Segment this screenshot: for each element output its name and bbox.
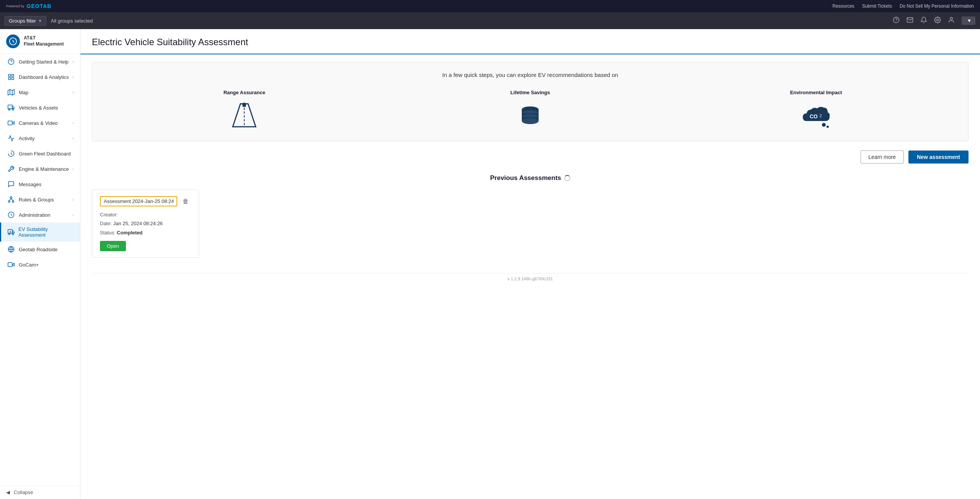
- date-label: Date:: [100, 221, 112, 226]
- user-dropdown-arrow: ▼: [967, 18, 972, 23]
- svg-rect-17: [8, 121, 12, 125]
- sidebar-item-green-fleet[interactable]: Green Fleet Dashboard: [0, 146, 80, 161]
- assessment-meta: Creator: Date: Jan 25, 2024 08:24:26 Sta…: [100, 210, 191, 237]
- features-row: Range Assurance: [101, 90, 959, 132]
- svg-point-41: [522, 118, 539, 124]
- sidebar-item-gocam[interactable]: GoCam+: [0, 257, 80, 272]
- chevron-icon: ›: [72, 167, 74, 171]
- assessment-name-input[interactable]: [100, 196, 177, 206]
- engine-icon: [7, 165, 15, 173]
- feature-savings: Lifetime Savings: [387, 90, 673, 132]
- page-title: Electric Vehicle Suitability Assessment: [92, 37, 969, 47]
- map-icon: [7, 88, 15, 96]
- sidebar-item-label: Activity: [19, 136, 34, 141]
- range-icon: [229, 100, 260, 132]
- gocam-icon: [7, 261, 15, 268]
- groups-filter-button[interactable]: Groups filter ▼: [5, 16, 46, 26]
- svg-point-25: [12, 233, 14, 235]
- sidebar-item-label: Geotab Roadside: [19, 247, 57, 252]
- svg-point-24: [8, 233, 10, 235]
- sidebar-item-vehicles[interactable]: Vehicles & Assets: [0, 100, 80, 115]
- actions-row: Learn more New assessment: [92, 151, 969, 164]
- logo-circle: [6, 34, 20, 48]
- help-icon[interactable]: [893, 16, 900, 25]
- ev-icon: [7, 228, 15, 236]
- page-body: In a few quick steps, you can explore EV…: [80, 54, 980, 292]
- chevron-icon: ›: [72, 75, 74, 79]
- groups-filter-label: Groups filter: [9, 18, 36, 24]
- chevron-icon: ›: [72, 121, 74, 125]
- feature-range-label: Range Assurance: [224, 90, 265, 95]
- svg-text:CO: CO: [810, 113, 818, 119]
- sidebar-item-label: Engine & Maintenance: [19, 166, 69, 172]
- sidebar-item-dashboard[interactable]: Dashboard & Analytics ›: [0, 69, 80, 85]
- page-header: Electric Vehicle Suitability Assessment: [80, 29, 980, 54]
- sidebar-item-geotab-roadside[interactable]: Geotab Roadside: [0, 242, 80, 257]
- sidebar-item-map[interactable]: Map ›: [0, 85, 80, 100]
- mail-icon[interactable]: [906, 16, 913, 25]
- submit-tickets-link[interactable]: Submit Tickets: [862, 3, 892, 9]
- svg-point-2: [937, 19, 939, 21]
- topbar-links: Resources Submit Tickets Do Not Sell My …: [833, 3, 974, 9]
- date-value: Jan 25, 2024 08:24:26: [113, 221, 163, 226]
- svg-rect-31: [8, 263, 12, 267]
- delete-assessment-button[interactable]: 🗑: [180, 197, 191, 206]
- trash-icon: 🗑: [183, 198, 189, 205]
- sidebar-item-rules-groups[interactable]: Rules & Groups ›: [0, 192, 80, 207]
- savings-icon: [515, 100, 546, 132]
- sidebar-item-messages[interactable]: Messages: [0, 177, 80, 192]
- all-groups-text: All groups selected: [51, 18, 93, 24]
- svg-marker-11: [8, 90, 15, 95]
- assessment-name-row: 🗑: [100, 196, 191, 206]
- sidebar-item-label: Messages: [19, 182, 41, 187]
- powered-by-text: Powered by: [6, 4, 24, 8]
- loading-spinner: [564, 175, 570, 181]
- svg-point-3: [950, 17, 952, 20]
- info-banner-subtitle: In a few quick steps, you can explore EV…: [101, 72, 959, 78]
- vehicles-icon: [7, 104, 15, 111]
- sidebar-item-label: Administration: [19, 212, 50, 218]
- sidebar-item-label: Rules & Groups: [19, 197, 54, 203]
- chevron-icon: ›: [72, 136, 74, 141]
- sidebar-item-activity[interactable]: Activity ›: [0, 131, 80, 146]
- sidebar: AT&T Fleet Management Getting Started & …: [0, 29, 80, 499]
- sidebar-item-label: Vehicles & Assets: [19, 105, 58, 111]
- chevron-icon: ›: [72, 90, 74, 95]
- collapse-button[interactable]: ◀ Collapse: [0, 485, 80, 499]
- top-bar: Powered by GEOTAB Resources Submit Ticke…: [0, 0, 980, 12]
- sidebar-item-administration[interactable]: Administration ›: [0, 207, 80, 223]
- sidebar-item-label: EV Suitability Assessment: [18, 226, 74, 238]
- admin-icon: [7, 211, 15, 219]
- main-content: Electric Vehicle Suitability Assessment …: [80, 29, 980, 499]
- user-icon[interactable]: [948, 16, 955, 25]
- previous-assessments-label: Previous Assessments: [490, 174, 561, 182]
- svg-point-15: [8, 109, 10, 110]
- chevron-icon: ›: [72, 59, 74, 64]
- co2-icon: CO 2: [799, 100, 833, 132]
- open-assessment-button[interactable]: Open: [100, 241, 126, 251]
- status-row: Status: Completed: [100, 228, 191, 237]
- gear-icon[interactable]: [934, 16, 941, 25]
- sidebar-item-cameras[interactable]: Cameras & Video ›: [0, 115, 80, 131]
- sidebar-item-label: Green Fleet Dashboard: [19, 151, 71, 157]
- cameras-icon: [7, 119, 15, 127]
- svg-point-20: [12, 201, 14, 203]
- do-not-sell-link[interactable]: Do Not Sell My Personal Information: [900, 3, 974, 9]
- user-menu-button[interactable]: ▼: [962, 16, 975, 25]
- resources-link[interactable]: Resources: [833, 3, 854, 9]
- feature-range: Range Assurance: [101, 90, 387, 132]
- green-fleet-icon: [7, 150, 15, 157]
- learn-more-button[interactable]: Learn more: [861, 151, 904, 164]
- sidebar-item-engine[interactable]: Engine & Maintenance ›: [0, 161, 80, 177]
- svg-point-45: [826, 126, 829, 128]
- sidebar-item-ev-suitability[interactable]: EV Suitability Assessment: [0, 223, 80, 242]
- svg-text:2: 2: [820, 114, 822, 118]
- sidebar-logo: AT&T Fleet Management: [0, 29, 80, 54]
- filter-bar: Groups filter ▼ All groups selected ▼: [0, 12, 980, 29]
- chevron-icon: ›: [72, 197, 74, 202]
- new-assessment-button[interactable]: New assessment: [908, 151, 969, 164]
- feature-environmental: Environmental Impact CO 2: [673, 90, 959, 132]
- activity-icon: [7, 134, 15, 142]
- bell-icon[interactable]: [920, 16, 927, 25]
- sidebar-item-getting-started[interactable]: Getting Started & Help ›: [0, 54, 80, 69]
